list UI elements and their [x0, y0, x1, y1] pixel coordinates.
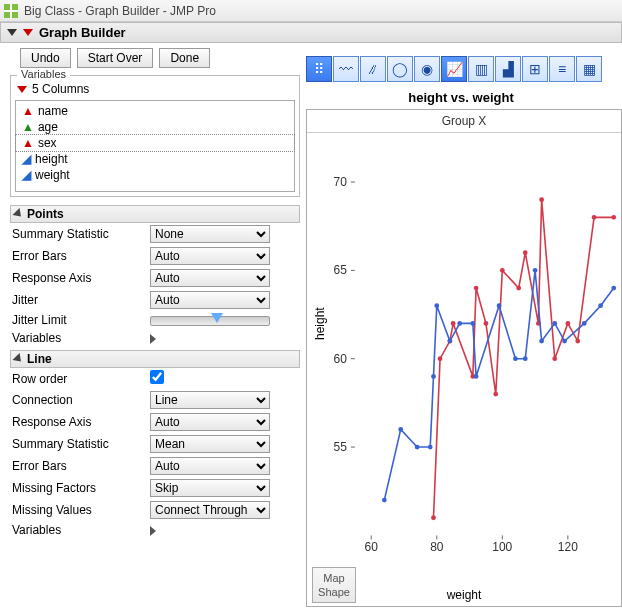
points-section-header[interactable]: Points	[10, 205, 300, 223]
jitter-limit-label: Jitter Limit	[10, 313, 150, 327]
line-variables-row[interactable]: Variables	[10, 521, 300, 539]
property-label: Missing Values	[10, 503, 150, 517]
smoother-element-icon[interactable]: 〰	[333, 56, 359, 82]
points-variables-label: Variables	[10, 331, 150, 345]
svg-point-22	[484, 321, 489, 326]
columns-count-label: 5 Columns	[32, 82, 89, 96]
property-row: Missing FactorsSkip	[10, 477, 300, 499]
columns-header[interactable]: 5 Columns	[15, 80, 295, 100]
property-combobox[interactable]: Auto	[150, 413, 270, 431]
bar-element-icon[interactable]: ▥	[468, 56, 494, 82]
property-combobox[interactable]: Connect Through	[150, 501, 270, 519]
start-over-button[interactable]: Start Over	[77, 48, 154, 68]
column-item[interactable]: ◢height	[16, 151, 294, 167]
property-combobox[interactable]: Auto	[150, 247, 270, 265]
done-button[interactable]: Done	[159, 48, 210, 68]
area-element-icon[interactable]: ▟	[495, 56, 521, 82]
disclosure-icon	[12, 353, 24, 365]
line-section-title: Line	[27, 352, 52, 366]
panel-header[interactable]: Graph Builder	[0, 22, 622, 43]
slider-thumb-icon[interactable]	[211, 313, 223, 323]
property-row: ConnectionLine	[10, 389, 300, 411]
property-label: Summary Statistic	[10, 227, 150, 241]
property-row: Missing ValuesConnect Through	[10, 499, 300, 521]
property-combobox[interactable]: Auto	[150, 269, 270, 287]
property-combobox[interactable]: Auto	[150, 291, 270, 309]
points-variables-row[interactable]: Variables	[10, 329, 300, 347]
property-row: Error BarsAuto	[10, 245, 300, 267]
svg-point-49	[552, 321, 557, 326]
map-shape-dropzone[interactable]: Map Shape	[312, 567, 356, 603]
line-of-fit-element-icon[interactable]: ⫽	[360, 56, 386, 82]
column-item[interactable]: ◢weight	[16, 167, 294, 183]
histogram-element-icon[interactable]: ≡	[549, 56, 575, 82]
row-order-label: Row order	[10, 372, 150, 386]
points-section-body: Summary StatisticNoneError BarsAutoRespo…	[10, 223, 300, 311]
svg-point-38	[431, 374, 436, 379]
svg-point-46	[523, 356, 528, 361]
y-axis-label[interactable]: height	[313, 307, 327, 340]
boxplot-element-icon[interactable]: ⊞	[522, 56, 548, 82]
right-graph-pane: ⠿ 〰 ⫽ ◯ ◉ 📈 ▥ ▟ ⊞ ≡ ▦ height vs. weight …	[300, 52, 622, 607]
property-row: Error BarsAuto	[10, 455, 300, 477]
property-label: Response Axis	[10, 271, 150, 285]
column-label: weight	[35, 168, 70, 182]
jitter-limit-row: Jitter Limit	[10, 311, 300, 329]
svg-point-47	[533, 268, 538, 273]
svg-point-17	[438, 356, 443, 361]
contour-element-icon[interactable]: ◉	[414, 56, 440, 82]
svg-point-21	[474, 286, 479, 291]
svg-point-26	[523, 250, 528, 255]
line-element-icon[interactable]: 📈	[441, 56, 467, 82]
svg-point-48	[539, 339, 544, 344]
hotspot-icon[interactable]	[17, 86, 27, 93]
svg-point-23	[493, 392, 498, 397]
svg-point-45	[513, 356, 518, 361]
svg-point-25	[516, 286, 521, 291]
column-item[interactable]: ▲name	[16, 103, 294, 119]
property-label: Jitter	[10, 293, 150, 307]
svg-point-43	[474, 374, 479, 379]
property-row: Summary StatisticNone	[10, 223, 300, 245]
svg-text:70: 70	[334, 175, 348, 189]
chart-title: height vs. weight	[300, 86, 622, 107]
hotspot-icon[interactable]	[23, 29, 33, 36]
property-combobox[interactable]: Line	[150, 391, 270, 409]
property-combobox[interactable]: Auto	[150, 457, 270, 475]
points-element-icon[interactable]: ⠿	[306, 56, 332, 82]
svg-point-35	[398, 427, 403, 432]
disclosure-icon	[12, 208, 24, 220]
column-item[interactable]: ▲sex	[16, 135, 294, 151]
points-section-title: Points	[27, 207, 64, 221]
jitter-limit-slider[interactable]	[150, 316, 270, 326]
undo-button[interactable]: Undo	[20, 48, 71, 68]
svg-point-41	[457, 321, 462, 326]
line-variables-label: Variables	[10, 523, 150, 537]
svg-point-42	[470, 321, 475, 326]
column-item[interactable]: ▲age	[16, 119, 294, 135]
map-shape-label: Map Shape	[318, 572, 350, 598]
svg-point-30	[565, 321, 570, 326]
plot-frame[interactable]: Group X 556065706080100120 height weight	[306, 109, 622, 607]
heatmap-element-icon[interactable]: ▦	[576, 56, 602, 82]
line-section-header[interactable]: Line	[10, 350, 300, 368]
property-combobox[interactable]: Skip	[150, 479, 270, 497]
svg-point-29	[552, 356, 557, 361]
property-row: Response AxisAuto	[10, 267, 300, 289]
property-row: Summary StatisticMean	[10, 433, 300, 455]
ellipse-element-icon[interactable]: ◯	[387, 56, 413, 82]
group-x-dropzone[interactable]: Group X	[307, 110, 621, 133]
svg-point-51	[582, 321, 587, 326]
row-order-row: Row order	[10, 368, 300, 389]
svg-point-50	[562, 339, 567, 344]
columns-listbox[interactable]: ▲name▲age▲sex◢height◢weight	[15, 100, 295, 192]
continuous-icon: ◢	[22, 168, 31, 182]
nominal-icon: ▲	[22, 120, 34, 134]
row-order-checkbox[interactable]	[150, 370, 164, 384]
property-combobox[interactable]: None	[150, 225, 270, 243]
property-combobox[interactable]: Mean	[150, 435, 270, 453]
window-titlebar: Big Class - Graph Builder - JMP Pro	[0, 0, 622, 22]
plot-canvas[interactable]: 556065706080100120	[307, 136, 621, 576]
svg-point-19	[451, 321, 456, 326]
panel-title: Graph Builder	[39, 25, 126, 40]
